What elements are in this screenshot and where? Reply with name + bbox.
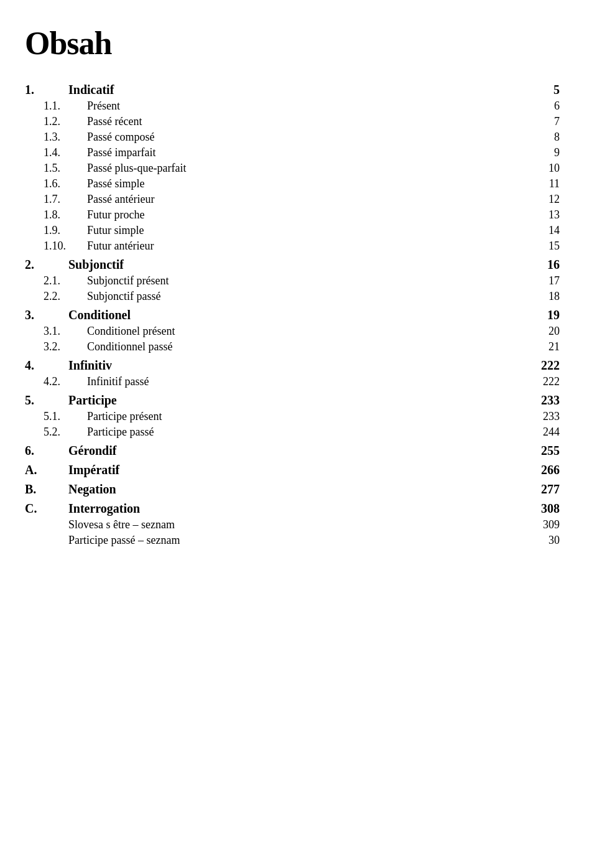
toc-label: Conditionnel passé — [68, 339, 442, 355]
toc-row: 3.2.Conditionnel passé21 — [25, 339, 560, 355]
toc-row: 1.Indicatif5 — [25, 79, 560, 98]
toc-num: 2.2. — [25, 289, 68, 304]
toc-num: 1.3. — [25, 129, 68, 145]
toc-row: 1.8.Futur proche13 — [25, 207, 560, 223]
toc-label: Passé imparfait — [68, 145, 442, 161]
toc-page: 14 — [442, 223, 560, 238]
toc-label: Participe présent — [68, 409, 442, 424]
toc-label: Passé antérieur — [68, 192, 442, 207]
toc-num: 2. — [25, 254, 68, 273]
toc-num: 1.8. — [25, 207, 68, 223]
toc-page: 17 — [442, 273, 560, 289]
toc-row: 3.1.Conditionel présent20 — [25, 324, 560, 339]
toc-row: 1.6.Passé simple11 — [25, 176, 560, 192]
toc-num: 6. — [25, 440, 68, 459]
toc-label: Futur simple — [68, 223, 442, 238]
toc-num: 2.1. — [25, 273, 68, 289]
toc-num: 5.1. — [25, 409, 68, 424]
toc-row: 1.3.Passé composé8 — [25, 129, 560, 145]
toc-num: 4.2. — [25, 374, 68, 390]
toc-num: 1.2. — [25, 114, 68, 129]
toc-row: 4.2.Infinitif passé222 — [25, 374, 560, 390]
toc-page: 30 — [442, 533, 560, 548]
toc-row: 5.1.Participe présent233 — [25, 409, 560, 424]
toc-label: Subjonctif — [68, 254, 442, 273]
toc-page: 11 — [442, 176, 560, 192]
toc-label: Participe — [68, 390, 442, 409]
toc-num: 3.1. — [25, 324, 68, 339]
toc-label: Negation — [68, 478, 442, 498]
toc-num: 4. — [25, 355, 68, 374]
page-title: Obsah — [25, 25, 560, 62]
toc-row: 5.2.Participe passé244 — [25, 424, 560, 440]
toc-page: 15 — [442, 238, 560, 254]
toc-row: Participe passé – seznam30 — [25, 533, 560, 548]
toc-label: Présent — [68, 98, 442, 114]
toc-num: 1.5. — [25, 161, 68, 176]
toc-page: 309 — [442, 517, 560, 533]
toc-page: 18 — [442, 289, 560, 304]
toc-label: Interrogation — [68, 498, 442, 517]
toc-num: 1.4. — [25, 145, 68, 161]
toc-label: Indicatif — [68, 79, 442, 98]
toc-row: 1.10.Futur antérieur15 — [25, 238, 560, 254]
toc-label: Passé récent — [68, 114, 442, 129]
toc-label: Futur antérieur — [68, 238, 442, 254]
toc-page: 12 — [442, 192, 560, 207]
toc-label: Subjonctif passé — [68, 289, 442, 304]
toc-num: 1.9. — [25, 223, 68, 238]
toc-label: Futur proche — [68, 207, 442, 223]
toc-page: 233 — [442, 409, 560, 424]
toc-label: Impératif — [68, 459, 442, 478]
toc-page: 6 — [442, 98, 560, 114]
toc-table: 1.Indicatif51.1.Présent61.2.Passé récent… — [25, 79, 560, 548]
toc-label: Gérondif — [68, 440, 442, 459]
toc-label: Infinitif passé — [68, 374, 442, 390]
toc-label: Conditionel — [68, 304, 442, 324]
toc-label: Infinitiv — [68, 355, 442, 374]
toc-row: 1.2.Passé récent7 — [25, 114, 560, 129]
toc-row: 2.Subjonctif16 — [25, 254, 560, 273]
toc-row: 1.4.Passé imparfait9 — [25, 145, 560, 161]
toc-num — [25, 533, 68, 548]
toc-label: Participe passé – seznam — [68, 533, 442, 548]
toc-num: 1.1. — [25, 98, 68, 114]
toc-label: Passé composé — [68, 129, 442, 145]
toc-label: Subjonctif présent — [68, 273, 442, 289]
toc-page: 266 — [442, 459, 560, 478]
toc-row: 5.Participe233 — [25, 390, 560, 409]
toc-page: 244 — [442, 424, 560, 440]
toc-num: 5. — [25, 390, 68, 409]
toc-num: 5.2. — [25, 424, 68, 440]
toc-page: 19 — [442, 304, 560, 324]
toc-page: 8 — [442, 129, 560, 145]
toc-row: 1.1.Présent6 — [25, 98, 560, 114]
toc-row: 1.9.Futur simple14 — [25, 223, 560, 238]
toc-row: 4.Infinitiv222 — [25, 355, 560, 374]
toc-row: 2.2.Subjonctif passé18 — [25, 289, 560, 304]
toc-num: 1.6. — [25, 176, 68, 192]
toc-num: A. — [25, 459, 68, 478]
toc-page: 10 — [442, 161, 560, 176]
toc-page: 5 — [442, 79, 560, 98]
toc-page: 222 — [442, 374, 560, 390]
toc-row: B.Negation277 — [25, 478, 560, 498]
toc-num: 1.10. — [25, 238, 68, 254]
toc-page: 7 — [442, 114, 560, 129]
toc-num: 1. — [25, 79, 68, 98]
toc-row: 1.7.Passé antérieur12 — [25, 192, 560, 207]
toc-label: Passé plus-que-parfait — [68, 161, 442, 176]
toc-page: 233 — [442, 390, 560, 409]
toc-row: A.Impératif266 — [25, 459, 560, 478]
toc-label: Passé simple — [68, 176, 442, 192]
toc-num — [25, 517, 68, 533]
toc-row: C.Interrogation308 — [25, 498, 560, 517]
toc-row: Slovesa s être – seznam309 — [25, 517, 560, 533]
toc-row: 3.Conditionel19 — [25, 304, 560, 324]
toc-row: 1.5.Passé plus-que-parfait10 — [25, 161, 560, 176]
toc-num: 1.7. — [25, 192, 68, 207]
toc-num: C. — [25, 498, 68, 517]
toc-label: Slovesa s être – seznam — [68, 517, 442, 533]
toc-page: 255 — [442, 440, 560, 459]
toc-page: 21 — [442, 339, 560, 355]
